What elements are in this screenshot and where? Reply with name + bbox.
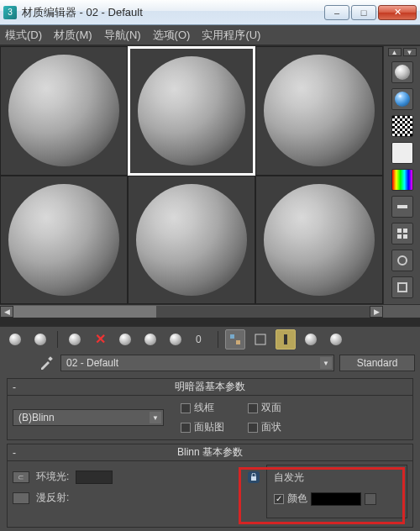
ambient-thumb-icon[interactable]: ⊂ — [13, 471, 29, 483]
self-illum-color-checkbox[interactable]: 颜色 — [274, 492, 400, 506]
shader-combo[interactable]: (B)Blinn ▼ — [13, 409, 164, 426]
menu-options[interactable]: 选项(O) — [153, 28, 191, 43]
ambient-diffuse-lock-icon[interactable] — [248, 471, 260, 483]
minimize-button[interactable]: – — [324, 5, 349, 20]
make-unique-icon[interactable] — [140, 329, 160, 350]
sample-slot[interactable] — [0, 46, 128, 176]
material-id-icon[interactable]: 0 — [191, 329, 211, 350]
make-preview-icon[interactable] — [391, 196, 413, 218]
menu-navigate[interactable]: 导航(N) — [104, 28, 141, 43]
svg-rect-6 — [398, 283, 407, 292]
combo-arrow-icon[interactable]: ▼ — [320, 357, 332, 369]
svg-rect-1 — [397, 229, 402, 233]
scroll-up-icon[interactable]: ▲ — [388, 48, 402, 56]
sample-slot[interactable] — [0, 176, 128, 305]
pick-material-icon[interactable] — [37, 354, 55, 372]
svg-rect-10 — [255, 334, 265, 344]
app-icon: 3 — [3, 6, 17, 19]
side-toolbar: ▲ ▼ — [383, 46, 420, 304]
svg-rect-9 — [236, 340, 240, 344]
assign-to-selection-icon[interactable] — [65, 329, 85, 350]
combo-arrow-icon[interactable]: ▼ — [150, 412, 161, 423]
rollout-title: Blinn 基本参数 — [177, 445, 243, 460]
menu-material[interactable]: 材质(M) — [54, 28, 92, 43]
sample-slot[interactable] — [128, 176, 255, 305]
rollout-header[interactable]: - 明暗器基本参数 — [8, 379, 412, 396]
scroll-track[interactable] — [13, 306, 370, 318]
rollout-title: 明暗器基本参数 — [175, 380, 245, 394]
self-illum-color-label: 颜色 — [287, 492, 307, 506]
put-to-library-icon[interactable] — [165, 329, 186, 350]
faceted-checkbox[interactable]: 面状 — [248, 420, 281, 434]
make-copy-icon[interactable] — [115, 329, 135, 350]
menu-utility[interactable]: 实用程序(U) — [202, 28, 260, 43]
material-toolbar: ✕ 0 — [0, 326, 420, 351]
video-color-check-icon[interactable] — [391, 169, 413, 191]
window-title: 材质编辑器 - 02 - Default — [22, 5, 324, 20]
sample-sphere — [8, 55, 119, 166]
svg-rect-13 — [251, 476, 256, 481]
scroll-right-icon[interactable]: ▶ — [370, 306, 383, 318]
shader-basic-rollout: - 明暗器基本参数 (B)Blinn ▼ 线框 双面 面贴图 面状 — [7, 378, 413, 440]
material-name-combo[interactable]: 02 - Default ▼ — [60, 355, 334, 371]
diffuse-label: 漫反射: — [36, 491, 69, 505]
ambient-label: 环境光: — [36, 470, 69, 484]
self-illum-color-swatch[interactable] — [311, 492, 361, 506]
svg-point-5 — [398, 256, 407, 265]
wire-checkbox[interactable]: 线框 — [181, 401, 224, 415]
sample-hscroll[interactable]: ◀ ▶ — [0, 304, 420, 318]
show-in-viewport-icon[interactable] — [225, 329, 245, 350]
two-sided-checkbox[interactable]: 双面 — [248, 401, 281, 415]
go-forward-sibling-icon[interactable] — [301, 329, 321, 350]
show-end-result-icon[interactable] — [250, 329, 270, 350]
face-map-checkbox[interactable]: 面贴图 — [181, 420, 224, 434]
svg-rect-2 — [403, 229, 407, 233]
select-by-material-icon[interactable] — [391, 250, 413, 271]
sample-type-sphere-icon[interactable] — [391, 61, 413, 83]
sample-slot[interactable] — [255, 176, 383, 305]
sample-sphere — [138, 56, 245, 166]
put-to-scene-icon[interactable] — [30, 329, 50, 350]
self-illum-title: 自发光 — [274, 471, 400, 485]
close-button[interactable]: ✕ — [378, 5, 417, 20]
sample-sphere — [8, 184, 119, 296]
scroll-left-icon[interactable]: ◀ — [0, 306, 13, 318]
svg-rect-0 — [397, 205, 407, 208]
collapse-icon[interactable]: - — [13, 381, 16, 393]
sample-slot-grid — [0, 46, 383, 304]
material-map-nav-icon[interactable] — [391, 276, 413, 298]
svg-rect-3 — [397, 234, 402, 239]
svg-rect-4 — [403, 234, 407, 239]
self-illum-map-button[interactable] — [365, 493, 376, 505]
sample-slot[interactable] — [255, 46, 383, 176]
rollout-header[interactable]: - Blinn 基本参数 — [8, 444, 412, 461]
self-illumination-group: 自发光 颜色 — [266, 465, 407, 518]
blinn-basic-rollout: - Blinn 基本参数 ⊂ 环境光: — [7, 444, 413, 528]
sample-uv-icon[interactable] — [391, 142, 413, 164]
ambient-color-swatch[interactable] — [76, 471, 113, 484]
menu-mode[interactable]: 模式(D) — [5, 28, 42, 43]
material-type-button[interactable]: Standard — [339, 355, 415, 371]
svg-rect-12 — [48, 356, 53, 361]
backlight-icon[interactable] — [391, 88, 413, 110]
reset-map-icon[interactable]: ✕ — [90, 329, 110, 350]
scroll-thumb[interactable] — [13, 306, 156, 318]
maximize-button[interactable]: □ — [351, 5, 376, 20]
sample-sphere — [264, 184, 375, 296]
scroll-down-icon[interactable]: ▼ — [403, 48, 417, 56]
menu-bar: 模式(D) 材质(M) 导航(N) 选项(O) 实用程序(U) — [0, 25, 420, 45]
sample-slot[interactable] — [128, 46, 255, 176]
material-name-text: 02 - Default — [66, 357, 118, 369]
window-buttons: – □ ✕ — [324, 5, 417, 20]
get-material-icon[interactable] — [5, 329, 25, 350]
options-icon[interactable] — [391, 223, 413, 244]
sample-sphere — [264, 55, 375, 166]
go-forward-sibling-2-icon[interactable] — [326, 329, 346, 350]
background-checker-icon[interactable] — [391, 115, 413, 137]
sample-sphere — [136, 184, 247, 296]
svg-text:0: 0 — [196, 334, 202, 345]
diffuse-thumb-icon[interactable] — [13, 492, 29, 504]
collapse-icon[interactable]: - — [13, 447, 16, 459]
shader-name: (B)Blinn — [18, 412, 55, 423]
go-to-parent-icon[interactable] — [276, 329, 296, 350]
